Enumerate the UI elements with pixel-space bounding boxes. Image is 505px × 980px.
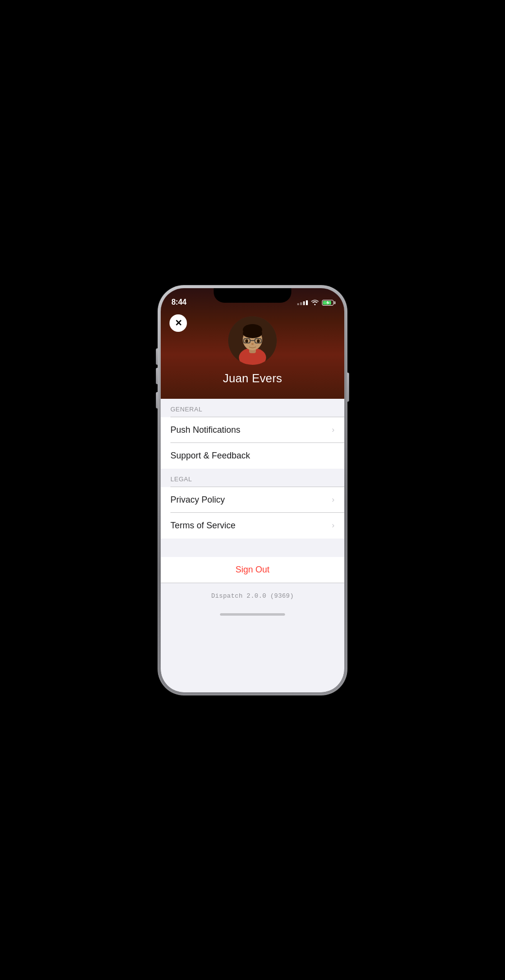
svg-point-11	[252, 343, 254, 345]
svg-point-5	[243, 328, 262, 338]
svg-point-10	[257, 339, 260, 343]
close-icon: ✕	[175, 319, 182, 327]
version-section: Dispatch 2.0.0 (9369)	[161, 583, 344, 607]
legal-section-header: LEGAL	[161, 469, 344, 487]
chevron-icon: ›	[332, 495, 335, 505]
screen-content: 8:44	[161, 288, 344, 692]
terms-of-service-label: Terms of Service	[170, 521, 236, 531]
privacy-policy-item[interactable]: Privacy Policy ›	[161, 487, 344, 513]
user-name: Juan Evers	[223, 372, 282, 385]
privacy-policy-label: Privacy Policy	[170, 495, 225, 505]
general-list: Push Notifications › Support & Feedback	[161, 417, 344, 469]
support-feedback-label: Support & Feedback	[170, 451, 250, 461]
volume-down-button	[156, 392, 158, 408]
bottom-bar	[161, 607, 344, 637]
sign-out-section: Sign Out	[161, 557, 344, 583]
sign-out-button[interactable]: Sign Out	[161, 557, 344, 583]
chevron-icon: ›	[332, 521, 335, 530]
status-icons	[297, 299, 336, 307]
version-text: Dispatch 2.0.0 (9369)	[211, 592, 294, 600]
phone-screen: 8:44	[161, 288, 344, 692]
svg-point-9	[245, 339, 248, 343]
push-notifications-item[interactable]: Push Notifications ›	[161, 417, 344, 443]
signal-icon	[297, 300, 308, 305]
section-gap	[161, 539, 344, 557]
home-indicator	[220, 613, 285, 616]
power-button	[347, 373, 349, 402]
legal-section: LEGAL Privacy Policy › Terms of Service …	[161, 469, 344, 539]
avatar	[228, 316, 277, 365]
legal-list: Privacy Policy › Terms of Service ›	[161, 487, 344, 539]
profile-header: 8:44	[161, 288, 344, 399]
battery-icon	[322, 300, 336, 306]
volume-up-button	[156, 368, 158, 384]
terms-of-service-item[interactable]: Terms of Service ›	[161, 513, 344, 539]
wifi-icon	[311, 299, 319, 307]
general-section-header: GENERAL	[161, 399, 344, 417]
phone-frame: 8:44	[158, 285, 347, 695]
status-time: 8:44	[171, 298, 186, 307]
general-section: GENERAL Push Notifications › Support & F…	[161, 399, 344, 469]
notch	[214, 288, 291, 303]
chevron-icon: ›	[332, 425, 335, 435]
sign-out-label: Sign Out	[236, 565, 269, 575]
push-notifications-label: Push Notifications	[170, 425, 240, 435]
close-button[interactable]: ✕	[169, 314, 187, 332]
support-feedback-item[interactable]: Support & Feedback	[161, 443, 344, 469]
